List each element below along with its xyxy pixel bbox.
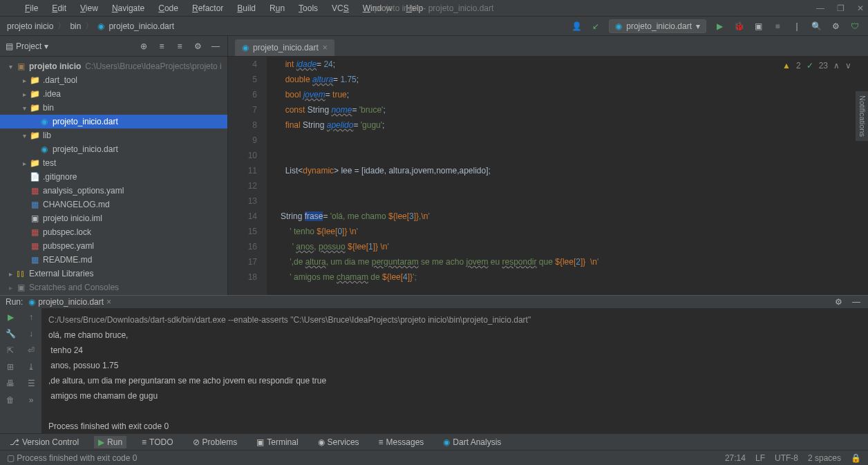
menu-run[interactable]: Run [264, 2, 290, 15]
wrap-icon[interactable]: ⏎ [28, 345, 35, 355]
console-output[interactable]: C:/Users/Bruce/Downloads/dart-sdk/bin/da… [41, 308, 868, 438]
collapse-icon[interactable]: ≡ [173, 40, 186, 53]
run-panel: Run: ◉ projeto_inicio.dart × ⚙ — ▶ 🔧 ⇱ ⊞… [0, 295, 868, 433]
menu-navigate[interactable]: Navigate [106, 2, 150, 15]
tree-pubyaml[interactable]: ▦pubspec.yaml [0, 239, 227, 253]
close-icon[interactable]: × [106, 297, 111, 307]
hide-icon[interactable]: — [850, 296, 862, 308]
tab-problems[interactable]: ⊘Problems [189, 436, 242, 448]
tab-todo[interactable]: ≡TODO [138, 436, 177, 448]
stop-button[interactable]: ■ [771, 20, 784, 32]
close-icon[interactable]: ✕ [857, 3, 864, 13]
tree-publock[interactable]: ▦pubspec.lock [0, 225, 227, 239]
menu-file[interactable]: File [19, 2, 44, 15]
tab-messages[interactable]: ≡Messages [375, 436, 428, 448]
tree-readme[interactable]: ▦README.md [0, 253, 227, 267]
help-icon[interactable]: » [29, 395, 34, 405]
window-title: projeto inicio - projeto_inicio.dart [375, 3, 494, 13]
export-icon[interactable]: ⇱ [7, 345, 14, 355]
breadcrumb-a[interactable]: projeto inicio [7, 21, 53, 31]
run-config-selector[interactable]: ◉ projeto_inicio.dart ▾ [609, 19, 706, 33]
select-opened-icon[interactable]: ⊕ [138, 40, 150, 53]
layout-icon[interactable]: ⊞ [7, 362, 14, 372]
tree-changelog[interactable]: ▦CHANGELOG.md [0, 198, 227, 211]
hide-icon[interactable]: — [209, 40, 222, 53]
tree-test[interactable]: ▸📁test [0, 156, 227, 170]
status-icon[interactable]: ▢ [7, 453, 15, 463]
editor-tab[interactable]: ◉ projeto_inicio.dart × [235, 39, 334, 56]
tree-dart-tool[interactable]: ▸📁.dart_tool [0, 73, 227, 87]
line-ending[interactable]: LF [755, 453, 765, 463]
print-icon[interactable]: 🖶 [6, 379, 15, 388]
tree-lib-file[interactable]: ◉projeto_inicio.dart [0, 142, 227, 156]
caret-position[interactable]: 27:14 [725, 453, 746, 463]
menubar: File Edit View Navigate Code Refactor Bu… [0, 0, 868, 17]
tree-extlib[interactable]: ▸⫿⫿External Libraries [0, 267, 227, 281]
status-bar: ▢ Process finished with exit code 0 27:1… [0, 450, 868, 465]
lock-icon[interactable]: 🔒 [851, 453, 861, 463]
tree-idea[interactable]: ▸📁.idea [0, 87, 227, 101]
chevron-up-icon[interactable]: ∧ [833, 61, 840, 70]
code-editor[interactable]: 456789101112131415161718 int idade= 24; … [228, 57, 868, 295]
filter-icon[interactable]: ☰ [28, 379, 35, 388]
menu-view[interactable]: View [75, 2, 104, 15]
tab-version-control[interactable]: ⎇Version Control [6, 436, 83, 448]
up-arrow-icon[interactable]: ↑ [29, 312, 33, 322]
settings-icon[interactable]: ⚙ [829, 20, 842, 32]
tree-lib[interactable]: ▾📁lib [0, 129, 227, 142]
tree-gitignore[interactable]: 📄.gitignore [0, 170, 227, 184]
menu-build[interactable]: Build [232, 2, 261, 15]
inspection-badges[interactable]: ▲2 ✓23 ∧ ∨ [782, 61, 851, 70]
breadcrumb[interactable]: projeto inicio〉 bin〉 ◉ projeto_inicio.da… [7, 20, 174, 32]
debug-button[interactable]: 🐞 [733, 20, 745, 32]
minimize-icon[interactable]: — [816, 3, 824, 13]
menu-tools[interactable]: Tools [293, 2, 323, 15]
panel-title[interactable]: Project [16, 41, 41, 51]
expand-icon[interactable]: ≡ [155, 40, 168, 53]
indent[interactable]: 2 spaces [808, 453, 841, 463]
rerun-icon[interactable]: ▶ [8, 312, 14, 322]
down-arrow-icon[interactable]: ↓ [29, 329, 33, 339]
scroll-icon[interactable]: ⤓ [28, 362, 35, 372]
tree-root[interactable]: ▾▣projeto inicioC:\Users\Bruce\IdeaProje… [0, 59, 227, 73]
dart-icon: ◉ [28, 297, 35, 307]
wrench-icon[interactable]: 🔧 [6, 329, 16, 339]
gutter: 456789101112131415161718 [228, 57, 267, 295]
add-user-icon[interactable]: 👤 [570, 20, 583, 32]
check-icon: ✓ [806, 61, 813, 70]
menu-vcs[interactable]: VCS [326, 2, 355, 15]
menu-edit[interactable]: Edit [46, 2, 72, 15]
close-tab-icon[interactable]: × [323, 43, 328, 53]
search-icon[interactable]: 🔍 [810, 20, 822, 32]
notifications-tab[interactable]: Notifications [856, 91, 868, 141]
encoding[interactable]: UTF-8 [775, 453, 798, 463]
chevron-down-icon[interactable]: ▾ [44, 41, 48, 51]
coverage-button[interactable]: ▣ [752, 20, 764, 32]
tree-bin-file[interactable]: ◉projeto_inicio.dart [0, 115, 227, 129]
dart-icon: ◉ [242, 43, 249, 53]
menu-refactor[interactable]: Refactor [187, 2, 229, 15]
tab-terminal[interactable]: ▣Terminal [252, 436, 302, 448]
code-content[interactable]: int idade= 24; double altura= 1.75; bool… [267, 57, 868, 295]
update-icon[interactable]: ↙ [589, 20, 602, 32]
gear-icon[interactable]: ⚙ [832, 296, 845, 308]
project-panel: ▤ Project ▾ ⊕ ≡ ≡ ⚙ — ▾▣projeto inicioC:… [0, 36, 228, 295]
tree-iml[interactable]: ▣projeto inicio.iml [0, 211, 227, 225]
tab-dart-analysis[interactable]: ◉Dart Analysis [439, 436, 505, 448]
breadcrumb-b[interactable]: bin [70, 21, 81, 31]
delete-icon[interactable]: 🗑 [6, 395, 15, 405]
maximize-icon[interactable]: ❐ [837, 3, 845, 13]
tree-analysis[interactable]: ▦analysis_options.yaml [0, 184, 227, 198]
tab-run[interactable]: ▶Run [94, 436, 126, 448]
run-button[interactable]: ▶ [713, 20, 726, 32]
tree-scratches[interactable]: ▸▣Scratches and Consoles [0, 281, 227, 294]
chevron-down-icon[interactable]: ∨ [845, 61, 851, 70]
tree-bin[interactable]: ▾📁bin [0, 101, 227, 115]
project-tree[interactable]: ▾▣projeto inicioC:\Users\Bruce\IdeaProje… [0, 57, 227, 295]
shield-icon[interactable]: 🛡 [849, 20, 861, 32]
breadcrumb-c[interactable]: projeto_inicio.dart [108, 21, 174, 31]
gear-icon[interactable]: ⚙ [191, 40, 204, 53]
tab-services[interactable]: ◉Services [314, 436, 364, 448]
menu-code[interactable]: Code [153, 2, 184, 15]
run-tab[interactable]: ◉ projeto_inicio.dart × [23, 296, 117, 308]
